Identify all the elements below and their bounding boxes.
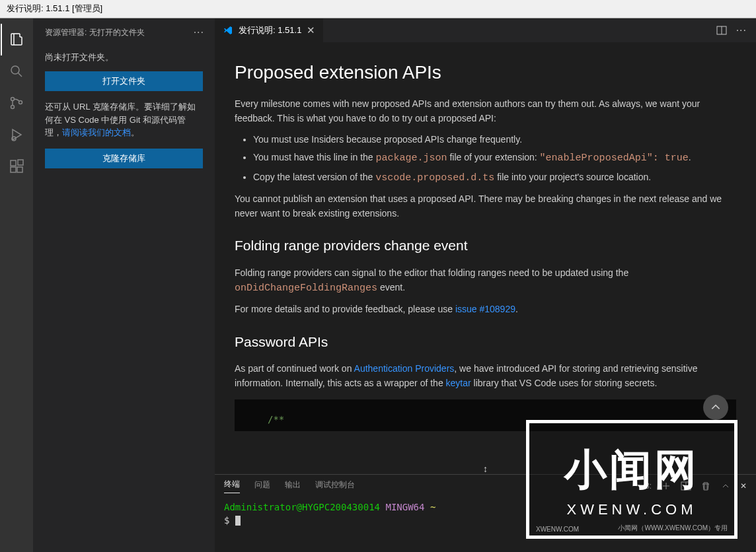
list-item: Copy the latest version of the vscode.pr… — [253, 170, 736, 186]
activity-bar — [0, 18, 33, 552]
heading-folding: Folding range providers change event — [235, 235, 736, 257]
clone-repo-button[interactable]: 克隆存储库 — [45, 149, 203, 168]
no-folder-message: 尚未打开文件夹。 — [45, 52, 203, 63]
terminal-prompt: $ — [224, 515, 229, 526]
main-area: 资源管理器: 无打开的文件夹 ··· 尚未打开文件夹。 打开文件夹 还可从 UR… — [0, 18, 756, 552]
terminal-selector[interactable]: 3: — [645, 481, 652, 491]
explorer-icon[interactable] — [1, 24, 32, 55]
terminal-path: ~ — [430, 502, 435, 512]
folding-paragraph: Folding range providers can signal to th… — [235, 266, 736, 296]
split-editor-icon[interactable] — [716, 25, 727, 36]
auth-providers-link[interactable]: Authentication Providers — [354, 363, 455, 374]
svg-rect-7 — [17, 167, 22, 172]
close-icon[interactable]: ✕ — [307, 24, 315, 36]
kill-terminal-icon[interactable] — [700, 481, 711, 491]
svg-point-1 — [11, 98, 15, 101]
svg-rect-5 — [11, 160, 16, 166]
maximize-panel-icon[interactable] — [720, 481, 731, 491]
editor-actions: ··· — [716, 18, 756, 42]
svg-point-2 — [11, 106, 15, 109]
tab-terminal[interactable]: 终端 — [224, 479, 240, 493]
close-panel-icon[interactable]: ✕ — [740, 481, 747, 491]
tab-problems[interactable]: 问题 — [254, 479, 270, 493]
keytar-link[interactable]: keytar — [446, 378, 471, 388]
issue-link[interactable]: issue #108929 — [455, 304, 515, 314]
tab-release-notes[interactable]: 发行说明: 1.51.1 ✕ — [215, 18, 324, 42]
terminal-system: MINGW64 — [385, 502, 424, 512]
new-terminal-icon[interactable] — [661, 481, 671, 491]
bottom-panel: 终端 问题 输出 调试控制台 3: ✕ Administrator@HYGPC2… — [215, 474, 756, 552]
svg-rect-6 — [11, 167, 16, 172]
run-debug-icon[interactable] — [1, 119, 32, 151]
sidebar-header: 资源管理器: 无打开的文件夹 ··· — [33, 24, 215, 44]
more-actions-icon[interactable]: ··· — [736, 24, 747, 36]
sidebar: 资源管理器: 无打开的文件夹 ··· 尚未打开文件夹。 打开文件夹 还可从 UR… — [33, 18, 215, 552]
password-paragraph: As part of continued work on Authenticat… — [235, 362, 736, 390]
terminal-user: Administrator@HYGPC200430014 — [224, 502, 380, 512]
intro-paragraph: Every milestone comes with new proposed … — [235, 97, 736, 125]
heading-proposed-apis: Proposed extension APIs — [235, 58, 736, 86]
list-item: You must have this line in the package.j… — [253, 151, 736, 166]
source-control-icon[interactable] — [1, 87, 32, 119]
heading-password: Password APIs — [235, 331, 736, 353]
terminal-cursor — [235, 516, 241, 526]
vscode-icon — [223, 25, 233, 36]
open-folder-button[interactable]: 打开文件夹 — [45, 71, 203, 91]
svg-point-3 — [19, 101, 22, 104]
tab-label: 发行说明: 1.51.1 — [239, 24, 301, 36]
svg-rect-8 — [18, 160, 23, 165]
sidebar-title: 资源管理器: 无打开的文件夹 — [45, 27, 145, 38]
search-icon[interactable] — [1, 55, 32, 87]
split-terminal-icon[interactable] — [681, 481, 691, 491]
extensions-icon[interactable] — [1, 151, 32, 182]
window-title: 发行说明: 1.51.1 [管理员] — [7, 3, 102, 13]
editor-area: 发行说明: 1.51.1 ✕ ··· Proposed extension AP… — [215, 18, 756, 552]
tab-debug-console[interactable]: 调试控制台 — [315, 479, 355, 493]
release-notes-content[interactable]: Proposed extension APIs Every milestone … — [215, 42, 756, 464]
terminal-output[interactable]: Administrator@HYGPC200430014 MINGW64 ~ $ — [215, 497, 756, 531]
clone-help-text: 还可从 URL 克隆存储库。要详细了解如何在 VS Code 中使用 Git 和… — [45, 100, 203, 139]
list-item: You must use Insiders because proposed A… — [253, 133, 736, 147]
steps-list: You must use Insiders because proposed A… — [253, 133, 736, 186]
tab-bar: 发行说明: 1.51.1 ✕ ··· — [215, 18, 756, 42]
warning-paragraph: You cannot publish an extension that use… — [235, 192, 736, 221]
scroll-top-button[interactable] — [703, 395, 728, 420]
more-icon[interactable]: ··· — [194, 26, 204, 38]
feedback-paragraph: For more details and to provide feedback… — [235, 302, 736, 317]
panel-actions: 3: ✕ — [645, 481, 747, 491]
docs-link[interactable]: 请阅读我们的文档 — [62, 127, 131, 137]
window-title-bar: 发行说明: 1.51.1 [管理员] — [0, 0, 756, 18]
code-block: /** — [235, 399, 736, 431]
svg-point-0 — [11, 66, 19, 74]
panel-resize-handle[interactable]: ↕ — [215, 464, 756, 474]
sidebar-body: 尚未打开文件夹。 打开文件夹 还可从 URL 克隆存储库。要详细了解如何在 VS… — [33, 44, 215, 180]
panel-tabs: 终端 问题 输出 调试控制台 3: ✕ — [215, 475, 756, 497]
tab-output[interactable]: 输出 — [285, 479, 301, 493]
